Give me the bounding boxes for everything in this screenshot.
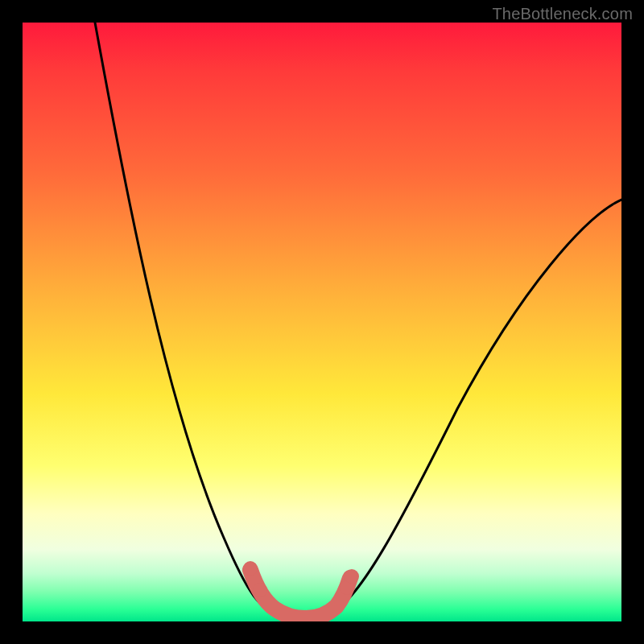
optimum-marker-dot <box>243 561 258 576</box>
optimum-marker-dot <box>345 569 359 584</box>
watermark-text: TheBottleneck.com <box>492 5 633 23</box>
bottleneck-curve-path <box>95 23 621 617</box>
optimum-marker-dot <box>340 580 354 595</box>
chart-svg <box>23 23 621 621</box>
optimum-marker-dot <box>253 583 267 597</box>
chart-plot-area <box>23 23 621 621</box>
optimum-marker-path <box>250 570 350 618</box>
